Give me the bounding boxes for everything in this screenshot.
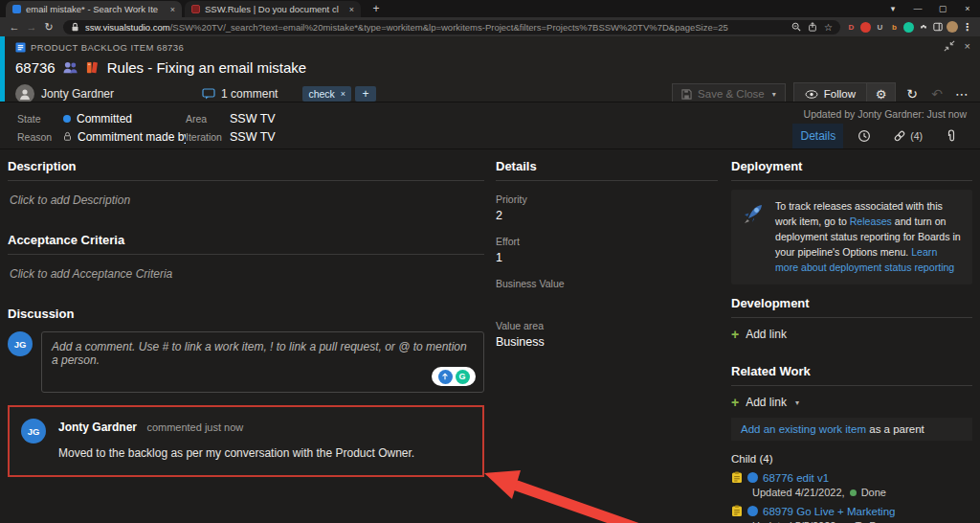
extension-icons: D U b ⋮ <box>846 21 972 33</box>
right-column: Deployment To track releases associated … <box>731 153 972 523</box>
back-icon[interactable]: ← <box>6 21 23 33</box>
minimize-button[interactable]: — <box>905 4 930 13</box>
tag-check[interactable]: check × <box>302 86 351 102</box>
remove-tag-icon[interactable]: × <box>341 89 345 99</box>
link-icon <box>893 129 906 143</box>
value-area-value[interactable]: Business <box>496 335 718 350</box>
development-add-link[interactable]: + Add link <box>731 328 972 341</box>
browser-tab-inactive[interactable]: SSW.Rules | Do you document cl × <box>185 1 361 17</box>
tab-close-icon[interactable]: × <box>349 5 354 14</box>
comment-input[interactable]: Add a comment. Use # to link a work item… <box>41 331 484 393</box>
share-icon[interactable] <box>808 22 817 32</box>
side-panel-icon[interactable] <box>932 22 943 33</box>
business-value-value[interactable] <box>496 293 718 307</box>
value-area-label: Value area <box>496 320 718 331</box>
assignee-name[interactable]: Jonty Gardner <box>41 87 114 101</box>
reload-icon[interactable]: ↻ <box>40 21 57 34</box>
work-item-title[interactable]: Rules - Fixing an email mistake <box>107 59 306 76</box>
extension-u-icon[interactable]: U <box>875 22 885 33</box>
grammarly-widget[interactable]: G <box>432 367 476 386</box>
priority-label: Priority <box>496 193 718 205</box>
comment-highlight: JG Jonty Gardner commented just now Move… <box>8 405 484 477</box>
extension-d-icon[interactable]: D <box>846 22 857 33</box>
backlog-item-type-icon <box>15 42 26 53</box>
assistant-arrow-icon <box>438 370 453 384</box>
screen: email mistake* - Search Work Ite × SSW.R… <box>0 0 980 523</box>
comment-timestamp: commented just now <box>146 421 243 433</box>
effort-value[interactable]: 1 <box>496 251 718 265</box>
tab-close-icon[interactable]: × <box>170 5 175 14</box>
related-add-link[interactable]: + Add link ▾ <box>731 396 972 409</box>
save-dropdown-icon[interactable]: ▾ <box>772 90 776 99</box>
child-assignee-avatar <box>747 472 758 483</box>
extension-red-icon[interactable] <box>860 22 871 33</box>
task-icon <box>731 471 743 484</box>
tab-history[interactable] <box>843 124 885 148</box>
browser-tab-active[interactable]: email mistake* - Search Work Ite × <box>6 1 182 17</box>
maximize-button[interactable]: ▢ <box>930 4 955 13</box>
iteration-value[interactable]: SSW TV <box>230 130 276 144</box>
releases-link[interactable]: Releases <box>850 216 892 227</box>
description-heading: Description <box>8 159 484 181</box>
bookmark-star-icon[interactable]: ☆ <box>824 22 833 33</box>
work-item-form: PRODUCT BACKLOG ITEM 68736 68736 Rules -… <box>0 36 980 523</box>
child-item-link[interactable]: 68979 Go Live + Marketing <box>763 506 895 517</box>
state-dot <box>63 115 71 123</box>
refresh-button[interactable]: ↻ <box>903 86 921 102</box>
browser-profile-avatar[interactable] <box>947 21 958 33</box>
comment-count[interactable]: 1 comment <box>202 87 278 101</box>
description-placeholder[interactable]: Click to add Description <box>10 193 484 207</box>
tab-links[interactable]: (4) <box>885 124 930 148</box>
state-value[interactable]: Committed <box>63 112 186 125</box>
tab-search-icon[interactable]: ▾ <box>880 4 905 13</box>
close-dialog-icon[interactable]: × <box>965 40 970 52</box>
follow-eye-icon <box>805 90 818 99</box>
area-value[interactable]: SSW TV <box>230 112 276 125</box>
browser-menu-icon[interactable]: ⋮ <box>962 22 972 33</box>
acceptance-placeholder[interactable]: Click to add Acceptance Criteria <box>10 267 484 281</box>
assignee-avatar[interactable] <box>15 84 34 103</box>
tab-attachments[interactable] <box>930 124 972 148</box>
details-heading: Details <box>496 159 718 181</box>
work-item-type-label: PRODUCT BACKLOG ITEM 68736 <box>31 42 184 53</box>
ssw-favicon <box>191 5 200 13</box>
azure-devops-favicon <box>12 5 21 13</box>
plus-icon: + <box>731 398 739 407</box>
window-controls: ▾ — ▢ × <box>880 0 980 17</box>
padlock-icon <box>71 22 79 33</box>
paperclip-icon <box>946 129 957 143</box>
books-emoji <box>85 60 100 75</box>
save-icon <box>681 89 692 100</box>
child-assignee-avatar <box>747 506 758 516</box>
acceptance-heading: Acceptance Criteria <box>8 233 484 255</box>
history-icon <box>858 129 871 143</box>
address-bar[interactable]: ssw.visualstudio.com/SSW%20TV/_search?te… <box>63 20 840 34</box>
comment-bubble-icon <box>202 88 215 100</box>
extension-b-icon[interactable]: b <box>889 22 900 33</box>
new-tab-button[interactable]: + <box>368 2 384 17</box>
forward-icon[interactable]: → <box>23 21 40 33</box>
comment-placeholder: Add a comment. Use # to link a work item… <box>42 332 483 375</box>
work-item-id: 68736 <box>15 59 56 76</box>
reason-value[interactable]: Commitment made by ... <box>63 130 186 144</box>
discussion-heading: Discussion <box>8 307 484 321</box>
more-options-button[interactable]: ⋯ <box>953 86 970 102</box>
child-item-link[interactable]: 68776 edit v1 <box>763 472 829 484</box>
close-window-button[interactable]: × <box>955 4 980 13</box>
zoom-icon[interactable] <box>791 22 801 32</box>
extensions-puzzle-icon[interactable] <box>918 22 928 33</box>
task-icon <box>731 505 743 517</box>
dialog-controls: × <box>944 40 970 52</box>
add-existing-work-item-link[interactable]: Add an existing work item <box>741 423 866 435</box>
comment-author[interactable]: Jonty Gardner <box>58 421 137 434</box>
add-tag-button[interactable]: + <box>355 86 376 102</box>
child-work-item: 68979 Go Live + Marketing Updated 5/5/20… <box>731 505 972 523</box>
left-column: Description Click to add Description Acc… <box>8 153 484 477</box>
restore-dialog-icon[interactable] <box>944 40 955 52</box>
priority-value[interactable]: 2 <box>496 209 718 223</box>
revert-button[interactable]: ↶ <box>928 86 946 102</box>
extension-green-icon[interactable] <box>903 22 914 33</box>
form-tabs: Details (4) <box>792 124 972 148</box>
updated-note: Updated by Jonty Gardner: Just now <box>804 108 967 120</box>
tab-details[interactable]: Details <box>792 124 843 148</box>
